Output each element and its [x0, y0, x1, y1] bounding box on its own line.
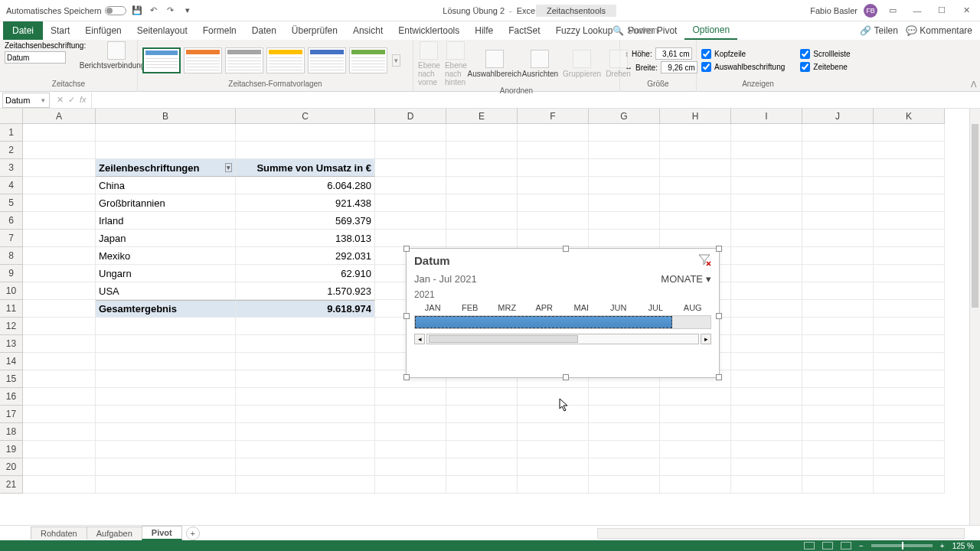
- pivot-row-value[interactable]: 62.910: [236, 265, 375, 282]
- share-button[interactable]: 🔗 Teilen: [860, 25, 897, 36]
- view-pagebreak-icon[interactable]: [841, 542, 851, 549]
- col-E[interactable]: E: [446, 109, 518, 124]
- row-7[interactable]: 7: [0, 230, 23, 247]
- comments-button[interactable]: 💬 Kommentare: [906, 25, 972, 36]
- row-9[interactable]: 9: [0, 265, 23, 282]
- row-4[interactable]: 4: [0, 177, 23, 194]
- row-19[interactable]: 19: [0, 441, 23, 458]
- view-normal-icon[interactable]: [804, 542, 815, 549]
- tab-formulas[interactable]: Formeln: [195, 22, 244, 39]
- caption-input[interactable]: [5, 51, 66, 64]
- sheet-aufgaben[interactable]: Aufgaben: [87, 527, 142, 540]
- col-A[interactable]: A: [23, 109, 96, 124]
- row-17[interactable]: 17: [0, 406, 23, 423]
- undo-icon[interactable]: ↶: [148, 5, 160, 17]
- row-1[interactable]: 1: [0, 124, 23, 142]
- redo-icon[interactable]: ↷: [165, 5, 177, 17]
- style-thumb-1[interactable]: [142, 47, 181, 73]
- collapse-ribbon-icon[interactable]: ᐱ: [971, 80, 977, 90]
- col-C[interactable]: C: [236, 109, 375, 124]
- save-icon[interactable]: 💾: [131, 5, 143, 17]
- tab-file[interactable]: Datei: [3, 21, 43, 40]
- pivot-total-value[interactable]: 9.618.974: [236, 300, 375, 318]
- row-5[interactable]: 5: [0, 194, 23, 212]
- row-13[interactable]: 13: [0, 335, 23, 353]
- name-box[interactable]: Datum▾: [2, 93, 50, 108]
- row-21[interactable]: 21: [0, 476, 23, 494]
- pivot-filter-icon[interactable]: ▾: [225, 163, 232, 172]
- row-6[interactable]: 6: [0, 212, 23, 230]
- col-G[interactable]: G: [589, 109, 660, 124]
- row-headers[interactable]: 123456789101112131415161718192021: [0, 124, 23, 494]
- vertical-scrollbar[interactable]: [969, 109, 980, 525]
- pivot-row-label[interactable]: Ungarn: [96, 265, 236, 282]
- horizontal-scrollbar[interactable]: [597, 528, 965, 539]
- pivot-row-value[interactable]: 138.013: [236, 230, 375, 247]
- style-thumb-2[interactable]: [184, 47, 222, 73]
- align-button[interactable]: Ausrichten: [522, 50, 558, 78]
- style-thumb-5[interactable]: [308, 47, 346, 73]
- pivot-values-header[interactable]: Summe von Umsatz in €: [236, 159, 375, 177]
- scroll-left-icon[interactable]: ◂: [414, 334, 425, 344]
- ribbon-mode-icon[interactable]: ▭: [884, 3, 902, 18]
- pivot-row-value[interactable]: 6.064.280: [236, 177, 375, 194]
- report-connections-button[interactable]: Berichtsverbindungen: [93, 41, 139, 70]
- enter-formula-icon[interactable]: ✓: [68, 95, 75, 105]
- view-layout-icon[interactable]: [822, 542, 833, 549]
- pivot-row-label[interactable]: Großbritannien: [96, 194, 236, 212]
- timeline-selection[interactable]: [415, 316, 672, 328]
- col-J[interactable]: J: [802, 109, 874, 124]
- pivot-row-label[interactable]: Mexiko: [96, 247, 236, 265]
- pivot-row-label[interactable]: USA: [96, 282, 236, 300]
- style-thumb-4[interactable]: [266, 47, 305, 73]
- pivot-row-value[interactable]: 569.379: [236, 212, 375, 230]
- zoom-slider[interactable]: [871, 544, 933, 547]
- user-name[interactable]: Fabio Basler: [810, 6, 858, 15]
- tab-fuzzylookup[interactable]: Fuzzy Lookup: [548, 22, 621, 39]
- pivot-row-value[interactable]: 292.031: [236, 247, 375, 265]
- tab-factset[interactable]: FactSet: [501, 22, 547, 39]
- worksheet-grid[interactable]: A B C D E F G H I J K 123456789101112131…: [0, 109, 980, 525]
- height-input[interactable]: [655, 47, 692, 60]
- column-headers[interactable]: A B C D E F G H I J K: [23, 109, 945, 124]
- pivot-rowlabels-header[interactable]: Zeilenbeschriftungen▾: [96, 159, 236, 177]
- selection-pane-button[interactable]: Auswahlbereich: [472, 50, 518, 78]
- qat-dropdown-icon[interactable]: ▾: [181, 5, 194, 17]
- minimize-icon[interactable]: —: [908, 3, 926, 18]
- sheet-rohdaten[interactable]: Rohdaten: [31, 527, 87, 540]
- row-3[interactable]: 3: [0, 159, 23, 177]
- fx-icon[interactable]: fx: [80, 95, 87, 105]
- row-14[interactable]: 14: [0, 353, 23, 370]
- check-sellabel[interactable]: Auswahlbeschriftung: [701, 62, 785, 72]
- pivot-row-label[interactable]: China: [96, 177, 236, 194]
- gallery-more-icon[interactable]: ▾: [392, 54, 400, 67]
- search-box[interactable]: 🔍 Suchen: [612, 25, 658, 36]
- scroll-thumb[interactable]: [429, 335, 578, 343]
- tab-developer[interactable]: Entwicklertools: [390, 22, 467, 39]
- check-timelevel[interactable]: Zeitebene: [800, 62, 850, 72]
- timeline-level-dropdown[interactable]: MONATE▾: [661, 273, 711, 285]
- check-header[interactable]: Kopfzeile: [701, 49, 785, 59]
- zoom-in-icon[interactable]: +: [940, 542, 945, 550]
- pivot-row-label[interactable]: Japan: [96, 230, 236, 247]
- style-thumb-3[interactable]: [225, 47, 263, 73]
- col-H[interactable]: H: [660, 109, 731, 124]
- row-11[interactable]: 11: [0, 300, 23, 318]
- style-gallery[interactable]: [142, 47, 387, 73]
- tab-pagelayout[interactable]: Seitenlayout: [129, 22, 195, 39]
- close-icon[interactable]: ✕: [957, 3, 975, 18]
- row-15[interactable]: 15: [0, 370, 23, 388]
- col-F[interactable]: F: [518, 109, 589, 124]
- row-16[interactable]: 16: [0, 388, 23, 406]
- namebox-dropdown-icon[interactable]: ▾: [41, 96, 47, 104]
- tab-review[interactable]: Überprüfen: [284, 22, 345, 39]
- add-sheet-button[interactable]: +: [186, 527, 200, 540]
- style-thumb-6[interactable]: [349, 47, 387, 73]
- row-8[interactable]: 8: [0, 247, 23, 265]
- pivot-total-label[interactable]: Gesamtergebnis: [96, 300, 236, 318]
- col-K[interactable]: K: [874, 109, 945, 124]
- col-I[interactable]: I: [731, 109, 802, 124]
- col-B[interactable]: B: [96, 109, 236, 124]
- row-20[interactable]: 20: [0, 458, 23, 476]
- timeline-track[interactable]: [414, 315, 711, 329]
